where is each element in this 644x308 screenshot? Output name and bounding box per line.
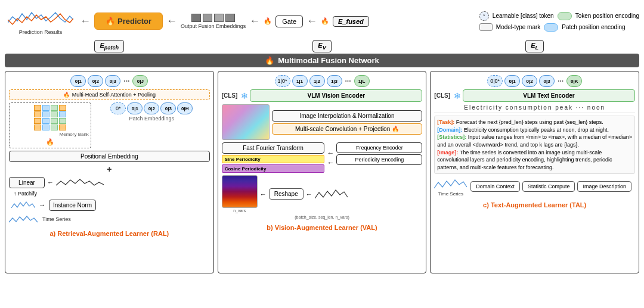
- patch-token-area: 0* 0|1 0|2 0|3 0|H Patch Embeddings: [94, 102, 210, 148]
- timeseries-wave-pre: [11, 199, 35, 211]
- output-fusion-label: Output Fusion Embeddings: [181, 23, 246, 29]
- mb-cell: [34, 111, 41, 117]
- token-row-b: 1|0* 1|1 1|2 1|3 ··· 1|L: [222, 75, 423, 87]
- dots-b: ···: [345, 77, 351, 85]
- vlm-vision-encoder-label: VLM Vision Encoder: [308, 92, 366, 99]
- patch-token-h: 0|H: [177, 102, 193, 114]
- mb-cell: [59, 105, 66, 111]
- stats-desc: Input value ranges from <min> to <max>, …: [437, 134, 632, 148]
- token-a-3: 0|3: [105, 75, 120, 87]
- mb-cell: [42, 118, 49, 124]
- arrow-linear: ←: [47, 179, 54, 186]
- fire-icon-3: 🔥: [321, 17, 329, 25]
- instance-norm-label: Instance Norm: [53, 202, 92, 209]
- patch-token-1: 0|1: [127, 102, 143, 114]
- statistic-compute-box: Statistic Compute: [522, 181, 575, 192]
- domain-desc: Electricity consumption typically peaks …: [462, 127, 609, 133]
- heatmap-col: n_vars: [222, 175, 258, 213]
- domain-context-label: Domain Context: [476, 183, 515, 189]
- arrow-fusion-to-pred: ←: [166, 15, 177, 27]
- top-row: Prediction Results ← 🔥 Predictor ← Outpu…: [5, 5, 639, 38]
- text-content-area: [Task]: Forecast the next {pred_len} ste…: [434, 116, 635, 174]
- fft-periodicity-row: Fast Fourier Transform Sine Periodicity …: [222, 142, 423, 173]
- prediction-label: Prediction Results: [19, 29, 63, 35]
- fusion-bar-label: Multimodal Fusion Network: [278, 56, 379, 65]
- patch-token-2: 0|2: [144, 102, 159, 114]
- mb-cell: [59, 118, 66, 124]
- legend-patch-pos-label: Patch position encoding: [562, 24, 625, 30]
- e-v-container: EV: [218, 40, 427, 52]
- reshape-col: Reshape: [269, 188, 304, 200]
- token-c-k: 0|K: [566, 75, 582, 87]
- time-series-row-a: Time Series: [9, 213, 210, 225]
- fft-col: Fast Fourier Transform Sine Periodicity …: [222, 142, 325, 173]
- mb-col-4: [59, 105, 66, 130]
- mb-cell: [34, 118, 41, 124]
- legend-model-type-label: Model-type mark: [496, 24, 540, 30]
- periodicity-encoder-box: Periodicity Encoding: [336, 154, 422, 165]
- patch-token-3: 0|3: [160, 102, 176, 114]
- legend-row-2: Model-type mark Patch position encoding: [479, 23, 639, 32]
- timeseries-wave-linear: [56, 176, 104, 188]
- legend-learnable-label: Learnable [class] token: [493, 13, 554, 19]
- predictor-label: Predictor: [117, 17, 151, 26]
- mb-cell: [59, 111, 66, 117]
- cosine-label: Cosine Periodicity: [225, 166, 267, 172]
- cls-label-b: [CLS]: [222, 92, 238, 99]
- fusion-block-1: [191, 14, 201, 22]
- token-b-l: 1|L: [354, 75, 370, 87]
- reshape-row: n_vars ← Reshape ←: [222, 175, 423, 213]
- arrow-efused-to-gate: ←: [306, 15, 317, 27]
- image-interp-label: Image Interpolation & Normalization: [300, 113, 395, 119]
- fusion-blocks: [191, 14, 235, 22]
- gate-box: Gate: [275, 15, 303, 27]
- image-description-box: Image Description: [577, 181, 631, 192]
- arrow-left-1: ←: [327, 149, 334, 157]
- col-c-label: c) Text-Augmented Learner (TAL): [434, 201, 635, 209]
- ts-wave-col: Time Series: [434, 176, 467, 197]
- memory-patch-row: Memory Bank 🔥 0* 0|1 0|2 0|3 0|H Patch E…: [9, 102, 210, 148]
- domain-context-box: Domain Context: [470, 181, 520, 192]
- fft-label: Fast Fourier Transform: [243, 145, 304, 151]
- plus-sign: +: [9, 164, 210, 174]
- vlm-vision-encoder-box: VLM Vision Encoder: [250, 89, 422, 102]
- fusion-block-2: [203, 14, 212, 22]
- predictor-box: 🔥 Predictor: [94, 13, 163, 30]
- col-tal: 0|0* 0|1 0|2 0|3 ··· 0|K [CLS] ❄ VLM Tex…: [430, 71, 639, 273]
- token-c-3: 0|3: [539, 75, 555, 87]
- text-preview: Electricity consumption peak ··· noon: [434, 104, 635, 113]
- token-a-1: 0|1: [70, 75, 86, 87]
- gate-label: Gate: [282, 18, 296, 25]
- e-patch-container: Epatch: [5, 40, 214, 52]
- token-pos-icon: [558, 12, 572, 20]
- legend-row-1: * Learnable [class] token Token position…: [479, 11, 639, 21]
- fusion-block-4: [225, 14, 235, 22]
- reshape-label: Reshape: [274, 191, 298, 197]
- mb-cell: [42, 105, 49, 111]
- snowflake-icon-b: ❄: [241, 91, 248, 101]
- fire-icon-2: 🔥: [264, 17, 272, 25]
- freq-encoder-label: Frequency Encoder: [356, 145, 403, 151]
- time-series-label-c: Time Series: [438, 191, 463, 197]
- heatmap-placeholder: [222, 175, 258, 208]
- multiscale-conv-label: Multi-scale Convolution + Projection: [295, 126, 390, 132]
- image-interp-box: Image Interpolation & Normalization: [272, 110, 423, 122]
- time-series-bottom-row: Time Series Domain Context Statistic Com…: [434, 176, 635, 197]
- e-l-label: EL: [525, 40, 544, 52]
- mb-cell: [51, 105, 58, 111]
- batch-size-label: (batch_size, seq_len, n_vars): [222, 215, 423, 219]
- patch-pos-icon: [544, 23, 558, 32]
- fusion-block-3: [214, 14, 224, 22]
- mb-cell: [42, 111, 49, 117]
- prediction-waveform: [8, 8, 73, 29]
- image-label-text: [Image]:: [437, 150, 458, 155]
- interp-conv-col: Image Interpolation & Normalization Mult…: [272, 110, 423, 135]
- fire-icon-conv: 🔥: [392, 126, 399, 132]
- col-a-label: a) Retrieval-Augmented Learner (RAL): [9, 230, 210, 237]
- arrow-pred-to-wave: ←: [80, 15, 91, 27]
- cls-label-c: [CLS]: [434, 92, 450, 99]
- image-interp-row: Image Interpolation & Normalization Mult…: [222, 104, 423, 140]
- token-a-j: 0|J: [132, 75, 148, 87]
- col-b-label: b) Vision-Augmented Learner (VAL): [222, 224, 423, 231]
- vlm-text-encoder-box: VLM Text Encoder: [463, 89, 635, 102]
